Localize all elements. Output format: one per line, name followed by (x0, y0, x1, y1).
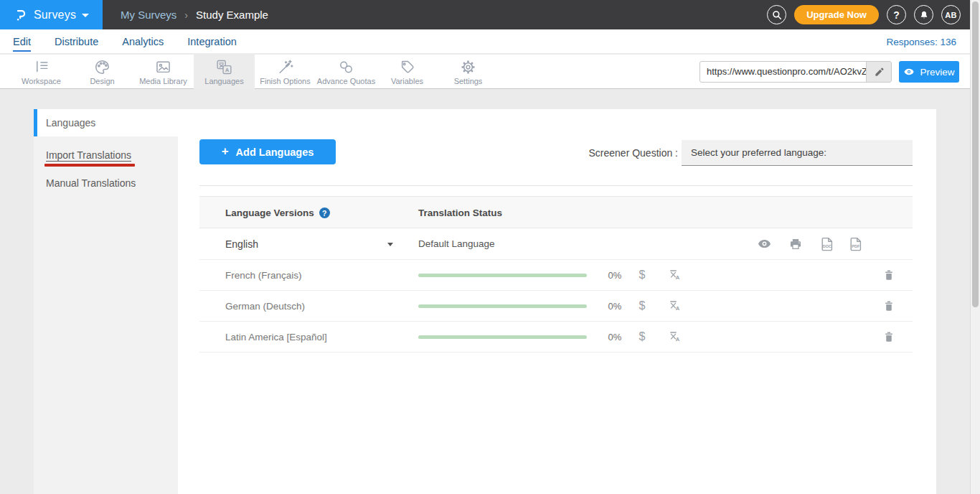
translate-button[interactable]: A (666, 260, 684, 290)
translate-button[interactable]: A (666, 291, 684, 321)
workspace-icon (32, 58, 50, 76)
svg-text:A: A (676, 274, 680, 281)
language-name: Latin America [Español] (225, 322, 327, 352)
screener-question-select[interactable]: Select your preferred language: (682, 140, 913, 166)
sidebar-item-languages[interactable]: Languages (34, 109, 178, 136)
svg-text:A: A (676, 336, 680, 342)
preview-button[interactable]: Preview (899, 61, 959, 83)
toolbar-item-finish-options[interactable]: Finish Options (255, 55, 316, 89)
paid-translation-button[interactable]: $ (633, 322, 651, 352)
translation-progress-bar (418, 335, 587, 339)
red-annotation-underline (44, 164, 135, 167)
toolbar-item-workspace[interactable]: Workspace (11, 55, 72, 89)
responses-count-link[interactable]: Responses: 136 (886, 29, 956, 54)
svg-text:A: A (225, 67, 230, 73)
surveys-product-menu[interactable]: Surveys (0, 0, 103, 29)
export-pdf-button[interactable]: PDF (847, 228, 865, 259)
chevron-down-icon[interactable] (387, 243, 393, 246)
nav-tabs: Edit Distribute Analytics Integration (13, 29, 237, 54)
upgrade-now-button[interactable]: Upgrade Now (794, 5, 879, 24)
screener-question-label: Screener Question : (577, 147, 678, 159)
table-row-german: German (Deutsch) 0% $ A (199, 291, 913, 322)
product-name: Surveys (34, 9, 76, 22)
svg-text:A: A (676, 305, 680, 312)
export-doc-button[interactable]: DOC (818, 228, 837, 259)
questionpro-logo-icon (14, 8, 28, 22)
tab-distribute[interactable]: Distribute (55, 32, 98, 52)
add-languages-button[interactable]: + Add Languages (199, 139, 336, 164)
translate-button[interactable]: A (666, 322, 684, 352)
paid-translation-button[interactable]: $ (633, 260, 651, 290)
trash-icon (882, 299, 895, 312)
tab-integration[interactable]: Integration (187, 32, 237, 52)
help-icon[interactable]: ? (319, 208, 330, 218)
default-language-status: Default Language (418, 228, 495, 259)
image-icon (154, 58, 172, 76)
questionpro-languages-screen: Surveys My Surveys › Study Example Upgra… (0, 0, 980, 494)
delete-language-button[interactable] (880, 322, 898, 352)
scrollbar-thumb[interactable] (972, 1, 979, 307)
progress-percent: 0% (598, 291, 631, 321)
edit-url-button[interactable] (866, 62, 891, 82)
trash-icon (882, 269, 895, 281)
language-name: German (Deutsch) (225, 291, 305, 321)
delete-language-button[interactable] (880, 291, 898, 321)
toolbar-item-languages[interactable]: A Languages (194, 55, 255, 89)
notifications-button[interactable] (914, 5, 933, 24)
tab-edit[interactable]: Edit (13, 32, 31, 52)
sidebar-item-manual-translations[interactable]: Manual Translations (34, 169, 178, 197)
survey-nav-bar: Edit Distribute Analytics Integration Re… (0, 29, 970, 54)
page-scrollbar[interactable] (970, 0, 980, 494)
table-row-french: French (Français) 0% $ A (199, 260, 913, 291)
breadcrumb-separator: › (184, 9, 188, 21)
top-bar: Surveys My Surveys › Study Example Upgra… (0, 0, 970, 29)
pdf-file-icon: PDF (848, 236, 864, 252)
toolbar-item-settings[interactable]: Settings (438, 55, 499, 89)
toolbar-item-media-library[interactable]: Media Library (133, 55, 194, 89)
delete-language-button[interactable] (880, 260, 898, 290)
toolbar-item-design[interactable]: Design (72, 55, 133, 89)
tab-analytics[interactable]: Analytics (122, 32, 164, 52)
breadcrumb: My Surveys › Study Example (121, 0, 268, 29)
table-row-latin-america: Latin America [Español] 0% $ A (199, 322, 913, 353)
languages-icon: A (215, 58, 233, 76)
toolbar-item-variables[interactable]: Variables (377, 55, 438, 89)
default-language-dropdown[interactable]: English (225, 228, 258, 259)
chevron-down-icon (82, 14, 89, 17)
table-header-row: Language Versions ? Translation Status (199, 196, 913, 228)
plus-icon: + (222, 144, 229, 159)
sidebar-item-import-translations[interactable]: Import Translations (34, 141, 178, 169)
survey-url-input[interactable]: https://www.questionpro.com/t/AO2kvZ (700, 62, 866, 82)
translate-icon: A (668, 299, 682, 313)
chain-links-icon (337, 58, 355, 76)
search-button[interactable] (767, 5, 786, 24)
eye-icon (903, 66, 915, 78)
view-survey-button[interactable] (755, 228, 773, 259)
help-button[interactable]: ? (887, 5, 906, 24)
toolbar-item-advance-quotas[interactable]: Advance Quotas (316, 55, 377, 89)
translate-icon: A (668, 268, 682, 282)
doc-file-icon: DOC (819, 236, 835, 252)
svg-text:DOC: DOC (823, 244, 831, 248)
gear-icon (459, 58, 477, 76)
print-button[interactable] (786, 228, 805, 259)
translation-status-header: Translation Status (418, 197, 502, 229)
table-row-default-language: English Default Language (199, 228, 913, 260)
printer-icon (788, 237, 803, 251)
section-divider (199, 185, 913, 186)
language-versions-header: Language Versions ? (225, 197, 330, 229)
pencil-icon (874, 67, 885, 78)
eye-icon (757, 236, 772, 251)
toolbar-items: Workspace Design Media Library (11, 55, 499, 89)
progress-percent: 0% (598, 260, 631, 290)
avatar[interactable]: AB (941, 5, 961, 24)
paid-translation-button[interactable]: $ (633, 291, 651, 321)
languages-main-panel: + Add Languages Screener Question : Sele… (178, 109, 936, 494)
translate-icon: A (668, 330, 682, 344)
palette-icon (93, 58, 111, 76)
tag-icon (398, 58, 416, 76)
survey-url-box: https://www.questionpro.com/t/AO2kvZ (699, 61, 892, 83)
topbar-actions: Upgrade Now ? AB (767, 0, 961, 29)
breadcrumb-my-surveys[interactable]: My Surveys (121, 9, 176, 21)
progress-percent: 0% (598, 322, 631, 352)
